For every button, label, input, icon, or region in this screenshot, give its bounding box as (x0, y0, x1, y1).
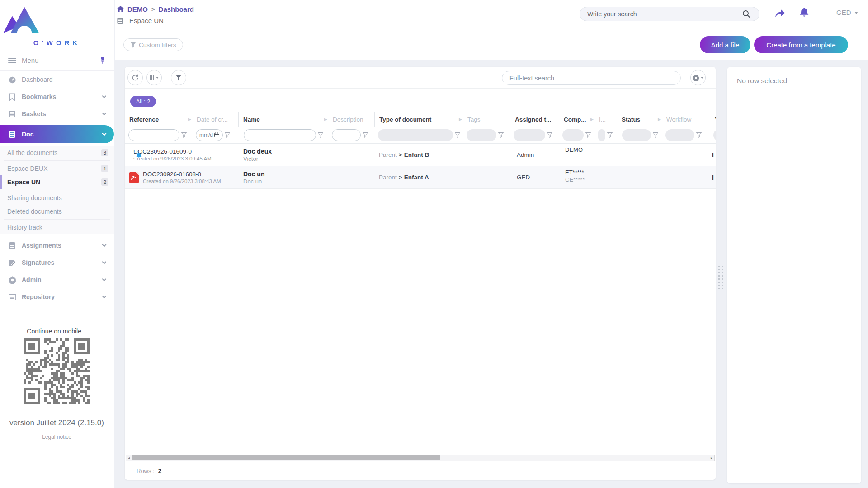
column-header-tags[interactable]: Tags (463, 112, 510, 127)
column-header-status[interactable]: Status▶ (617, 112, 662, 127)
sidebar-subitem-history-track[interactable]: History track (0, 221, 114, 234)
filter-button[interactable] (171, 70, 186, 85)
column-header-reference[interactable]: Reference▶ (125, 112, 192, 127)
name-filter-input[interactable] (244, 129, 316, 141)
filter-icon[interactable] (498, 132, 504, 138)
refresh-button[interactable] (127, 70, 143, 85)
breadcrumb-current[interactable]: Dashboard (159, 5, 194, 13)
filter-icon[interactable] (363, 132, 368, 138)
sidebar-item-dashboard[interactable]: Dashboard (0, 71, 114, 88)
date-filter-input[interactable]: mm/d (196, 129, 223, 141)
table-header-row: Reference▶ Date of cr... Name▶ Descripti… (125, 112, 716, 127)
sidebar-menu-toggle[interactable]: Menu (0, 50, 114, 71)
company-cell: ET***** CE***** (565, 166, 585, 188)
sort-arrow-icon: ▶ (459, 117, 462, 122)
all-count-badge[interactable]: All : 2 (130, 96, 156, 107)
column-header-company[interactable]: Comp...▶ (559, 112, 594, 127)
notification-bell-icon (136, 152, 142, 159)
filter-icon[interactable] (318, 132, 323, 138)
filter-icon[interactable] (607, 132, 613, 138)
scrollbar-track[interactable] (132, 455, 709, 461)
sidebar-item-doc[interactable]: Doc (0, 125, 114, 143)
scrollbar-thumb[interactable] (132, 455, 440, 460)
search-icon[interactable] (742, 10, 750, 18)
app-logo[interactable]: O'WORK (0, 0, 114, 47)
column-header-name[interactable]: Name▶ (238, 112, 328, 127)
scroll-right-arrow[interactable]: ▸ (709, 455, 714, 461)
sidebar-item-label: Baskets (22, 110, 103, 117)
breadcrumb-root[interactable]: DEMO (127, 5, 148, 13)
sidebar-item-admin[interactable]: Admin (0, 271, 114, 288)
reference-filter-input[interactable] (128, 129, 179, 141)
topbar-upper: DEMO > Dashboard Espace UN GED (115, 0, 868, 28)
filter-icon[interactable] (653, 132, 658, 138)
table-settings-button[interactable] (690, 70, 706, 85)
gear-icon (8, 276, 16, 284)
sidebar-item-signatures[interactable]: Signatures (0, 254, 114, 271)
tags-filter-disabled (467, 129, 496, 141)
description-filter-input[interactable] (332, 129, 361, 141)
filter-icon[interactable] (696, 132, 702, 138)
clipped-cell: I (712, 166, 714, 188)
sidebar-subitem-espace-un[interactable]: Espace UN 2 (0, 175, 114, 189)
table-row[interactable]: DOC230926-01608-0 Created on 9/26/2023 3… (125, 166, 716, 189)
assigned-cell: Admin (517, 144, 534, 166)
sidebar-item-baskets[interactable]: Baskets (0, 105, 114, 122)
legal-notice-link[interactable]: Legal notice (0, 434, 113, 440)
sidebar-subitem-all-documents[interactable]: All the documents 3 (0, 146, 114, 160)
count-badge: 3 (101, 149, 108, 156)
fulltext-search-input[interactable] (502, 71, 681, 85)
sidebar-item-assignments[interactable]: Assignments (0, 237, 114, 254)
filter-cell-assigned (510, 127, 559, 143)
sort-arrow-icon: ▶ (658, 117, 661, 122)
sidebar-subitem-sharing-documents[interactable]: Sharing documents (0, 191, 114, 205)
sidebar-subitem-deleted-documents[interactable]: Deleted documents (0, 205, 114, 218)
bell-icon[interactable] (799, 7, 809, 18)
scroll-left-arrow[interactable]: ◂ (126, 455, 132, 461)
column-header-i[interactable]: I... (594, 112, 617, 127)
share-icon[interactable] (774, 8, 786, 19)
column-header-assigned-to[interactable]: Assigned t... (510, 112, 559, 127)
filter-icon[interactable] (455, 132, 460, 138)
horizontal-scrollbar[interactable]: ◂ ▸ (126, 455, 715, 461)
count-badge: 1 (101, 165, 108, 172)
add-file-button[interactable]: Add a file (700, 36, 750, 53)
assigned-filter-disabled (514, 129, 545, 141)
filter-icon[interactable] (585, 132, 591, 138)
logo-mountain-icon (0, 5, 41, 38)
doc-submenu: All the documents 3 Espace DEUX 1 Espace… (0, 146, 114, 234)
columns-button[interactable] (146, 70, 162, 85)
user-menu[interactable]: GED (836, 9, 858, 16)
filter-icon[interactable] (547, 132, 552, 138)
pin-icon[interactable] (99, 57, 106, 64)
panel-resize-handle[interactable] (718, 266, 723, 289)
column-header-description[interactable]: Description (328, 112, 374, 127)
documents-table-card: All : 2 Reference▶ Date of cr... Name▶ D… (125, 67, 716, 480)
sidebar-item-label: Doc (22, 131, 103, 138)
filter-icon[interactable] (181, 132, 187, 138)
sidebar-item-label: Admin (22, 276, 103, 283)
reference-cell: DOC230926-01608-0 Created on 9/26/2023 3… (129, 166, 221, 188)
y-filter-disabled (713, 129, 716, 141)
sidebar-item-bookmarks[interactable]: Bookmarks (0, 88, 114, 105)
sidebar-subitem-espace-deux[interactable]: Espace DEUX 1 (0, 162, 114, 175)
column-header-workflow[interactable]: Workflow (662, 112, 710, 127)
sidebar-item-repository[interactable]: Repository (0, 288, 114, 305)
column-header-type-of-document[interactable]: Type of document▶ (374, 112, 463, 127)
filter-cell-y (710, 127, 716, 143)
book-icon (117, 17, 123, 24)
type-cell: Parent > Enfant A (379, 166, 429, 188)
divider (4, 190, 110, 190)
column-header-y[interactable]: Y... (710, 112, 716, 127)
global-search-input[interactable] (580, 7, 760, 21)
filter-icon[interactable] (225, 132, 230, 138)
custom-filters-button[interactable]: Custom filters (123, 38, 183, 51)
chevron-down-icon (102, 259, 107, 264)
chevron-down-icon (102, 131, 107, 136)
column-header-date-of-creation[interactable]: Date of cr... (192, 112, 238, 127)
home-icon[interactable] (117, 6, 124, 13)
doc-icon (8, 130, 16, 138)
filter-cell-tags (463, 127, 510, 143)
table-row[interactable]: DOC230926-01609-0 Created on 9/26/2023 3… (125, 144, 716, 166)
create-from-template-button[interactable]: Create from a template (754, 36, 848, 53)
